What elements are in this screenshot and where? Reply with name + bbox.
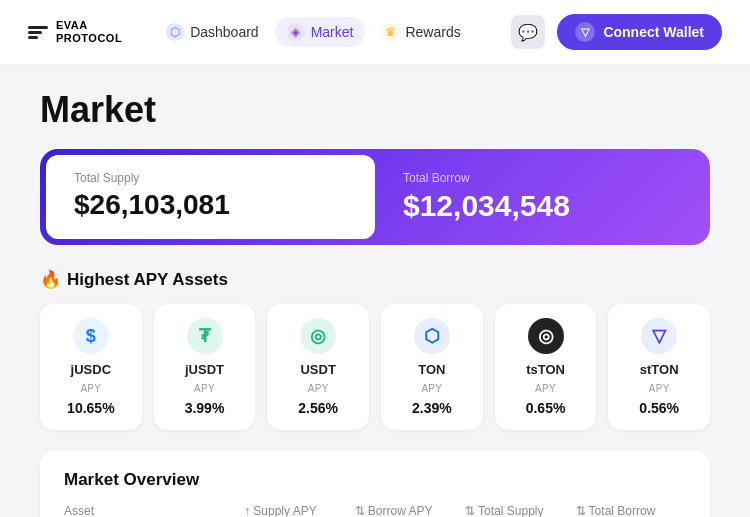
market-overview: Market Overview Asset↑ Supply APY⇅ Borro… (40, 450, 710, 517)
main-content: Market Total Supply $26,103,081 Total Bo… (0, 65, 750, 517)
chat-icon: 💬 (518, 23, 538, 42)
highest-apy-label: Highest APY Assets (67, 270, 228, 290)
navbar: EVAAPROTOCOL ⬡ Dashboard ◈ Market ♛ Rewa… (0, 0, 750, 65)
total-supply-value: $26,103,081 (74, 189, 347, 221)
nav-label-market: Market (311, 24, 354, 40)
market-overview-title: Market Overview (64, 470, 686, 490)
nav-item-market[interactable]: ◈ Market (275, 17, 366, 47)
connect-wallet-label: Connect Wallet (603, 24, 704, 40)
col-header-asset: Asset (64, 504, 244, 517)
apy-card-tston[interactable]: ◎ tsTON APY 0.65% (495, 304, 597, 430)
token-name-usdt: USDT (300, 362, 335, 377)
table-header: Asset↑ Supply APY⇅ Borrow APY⇅ Total Sup… (64, 504, 686, 517)
total-borrow-card: Total Borrow $12,034,548 (375, 155, 704, 239)
wallet-icon: ▽ (575, 22, 595, 42)
total-borrow-value: $12,034,548 (403, 189, 676, 223)
stats-banner: Total Supply $26,103,081 Total Borrow $1… (40, 149, 710, 245)
connect-wallet-button[interactable]: ▽ Connect Wallet (557, 14, 722, 50)
token-icon-jusdt: ₮ (187, 318, 223, 354)
token-name-jusdc: jUSDC (71, 362, 111, 377)
col-header-borrow_apy[interactable]: ⇅ Borrow APY (355, 504, 466, 517)
apy-value-tston: 0.65% (526, 400, 566, 416)
market-icon: ◈ (287, 23, 305, 41)
logo-text: EVAAPROTOCOL (56, 19, 122, 45)
total-supply-label: Total Supply (74, 171, 347, 185)
nav-item-rewards[interactable]: ♛ Rewards (369, 17, 472, 47)
apy-value-stton: 0.56% (639, 400, 679, 416)
col-header-total_supply[interactable]: ⇅ Total Supply (465, 504, 576, 517)
col-header-supply_apy[interactable]: ↑ Supply APY (244, 504, 355, 517)
token-icon-stton: ▽ (641, 318, 677, 354)
apy-card-ton[interactable]: ⬡ TON APY 2.39% (381, 304, 483, 430)
apy-card-jusdc[interactable]: $ jUSDC APY 10.65% (40, 304, 142, 430)
token-name-stton: stTON (640, 362, 679, 377)
nav-label-dashboard: Dashboard (190, 24, 259, 40)
apy-label-jusdt: APY (194, 383, 215, 394)
apy-label-stton: APY (649, 383, 670, 394)
nav-links: ⬡ Dashboard ◈ Market ♛ Rewards (154, 17, 487, 47)
token-icon-jusdc: $ (73, 318, 109, 354)
nav-label-rewards: Rewards (405, 24, 460, 40)
apy-value-jusdc: 10.65% (67, 400, 114, 416)
token-name-jusdt: jUSDT (185, 362, 224, 377)
token-icon-usdt: ◎ (300, 318, 336, 354)
token-name-ton: TON (418, 362, 445, 377)
apy-label-tston: APY (535, 383, 556, 394)
col-header-total_borrow[interactable]: ⇅ Total Borrow (576, 504, 687, 517)
token-name-tston: tsTON (526, 362, 565, 377)
logo: EVAAPROTOCOL (28, 19, 122, 45)
page-title: Market (40, 89, 710, 131)
apy-label-ton: APY (421, 383, 442, 394)
apy-label-usdt: APY (308, 383, 329, 394)
chat-button[interactable]: 💬 (511, 15, 545, 49)
total-borrow-label: Total Borrow (403, 171, 676, 185)
apy-value-usdt: 2.56% (298, 400, 338, 416)
apy-card-stton[interactable]: ▽ stTON APY 0.56% (608, 304, 710, 430)
apy-cards: $ jUSDC APY 10.65% ₮ jUSDT APY 3.99% ◎ U… (40, 304, 710, 430)
total-supply-card: Total Supply $26,103,081 (46, 155, 375, 239)
apy-label-jusdc: APY (80, 383, 101, 394)
dashboard-icon: ⬡ (166, 23, 184, 41)
highest-apy-section-title: 🔥 Highest APY Assets (40, 269, 710, 290)
apy-card-jusdt[interactable]: ₮ jUSDT APY 3.99% (154, 304, 256, 430)
apy-card-usdt[interactable]: ◎ USDT APY 2.56% (267, 304, 369, 430)
apy-value-jusdt: 3.99% (185, 400, 225, 416)
logo-icon (28, 26, 48, 39)
fire-icon: 🔥 (40, 269, 61, 290)
token-icon-ton: ⬡ (414, 318, 450, 354)
token-icon-tston: ◎ (528, 318, 564, 354)
nav-right: 💬 ▽ Connect Wallet (511, 14, 722, 50)
rewards-icon: ♛ (381, 23, 399, 41)
nav-item-dashboard[interactable]: ⬡ Dashboard (154, 17, 271, 47)
apy-value-ton: 2.39% (412, 400, 452, 416)
